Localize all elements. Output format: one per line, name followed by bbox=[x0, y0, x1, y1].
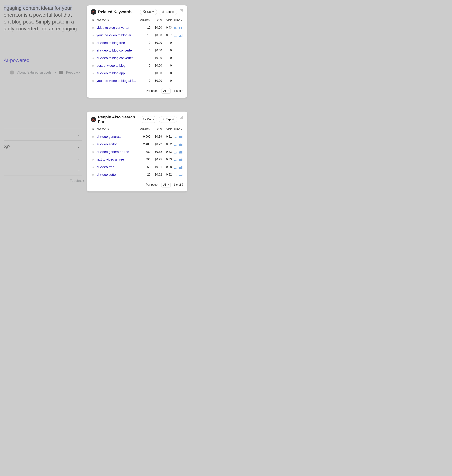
cpc-value: $0.59 bbox=[152, 135, 162, 138]
panel-footer: Per page:All▾1-8 of 8 bbox=[91, 88, 183, 94]
cpc-value: $0.72 bbox=[152, 143, 162, 146]
cmp-value: 0 bbox=[163, 56, 172, 60]
copy-button[interactable]: Copy bbox=[140, 116, 157, 123]
keyword-link[interactable]: ai video generator bbox=[97, 135, 137, 139]
keyword-link[interactable]: ai video to blog app bbox=[97, 71, 137, 75]
cpc-value: $0.00 bbox=[152, 34, 162, 37]
table-header: ★KEYWORDVOL (UK)CPCCMPTREND bbox=[91, 19, 183, 23]
keyword-link[interactable]: ai video to blog free bbox=[97, 41, 137, 45]
col-trend: TREND bbox=[173, 127, 183, 130]
accordion-item[interactable]: ⌄ bbox=[4, 152, 82, 164]
cmp-value: 0.58 bbox=[163, 165, 172, 169]
cpc-value: $0.00 bbox=[152, 56, 162, 60]
trend-sparkline bbox=[174, 173, 183, 176]
keyword-link[interactable]: best ai video to blog bbox=[97, 64, 137, 68]
cpc-value: $0.00 bbox=[152, 72, 162, 75]
vol-value: 390 bbox=[138, 158, 150, 161]
cpc-value: $0.81 bbox=[152, 165, 162, 169]
vol-value: 10 bbox=[138, 34, 150, 37]
vol-value: 0 bbox=[138, 72, 150, 75]
keyword-link[interactable]: youtube video to blog ai bbox=[97, 33, 137, 37]
feedback-link-bottom[interactable]: Feedback bbox=[0, 179, 84, 183]
per-page-label: Per page: bbox=[146, 183, 158, 186]
panel-title: People Also Search For bbox=[98, 115, 138, 124]
star-toggle[interactable]: ★ bbox=[91, 150, 95, 154]
cmp-value: 0 bbox=[163, 49, 172, 52]
trend-sparkline bbox=[174, 165, 183, 169]
col-cmp: CMP bbox=[163, 19, 172, 21]
table-row: ★ai video generator free880$0.620.53 bbox=[91, 148, 183, 156]
star-toggle[interactable]: ★ bbox=[91, 56, 95, 60]
vol-value: 0 bbox=[138, 79, 150, 82]
col-keyword: KEYWORD bbox=[97, 19, 137, 21]
related-keywords-panel: KRelated KeywordsCopyExport✖★KEYWORDVOL … bbox=[87, 6, 187, 98]
star-toggle[interactable]: ★ bbox=[91, 142, 95, 146]
chevron-down-icon: ⌄ bbox=[77, 156, 80, 160]
star-toggle[interactable]: ★ bbox=[91, 48, 95, 53]
vol-value: 9,900 bbox=[138, 135, 150, 138]
star-toggle[interactable]: ★ bbox=[91, 71, 95, 75]
cmp-value: 0.53 bbox=[163, 150, 172, 153]
keyword-link[interactable]: text to video ai free bbox=[97, 158, 137, 161]
accordion-item[interactable]: ⌄ bbox=[4, 164, 82, 176]
vol-value: 0 bbox=[138, 41, 150, 45]
feedback-icon bbox=[59, 71, 63, 74]
chevron-down-icon: ▾ bbox=[168, 90, 169, 92]
keyword-link[interactable]: ai video generator free bbox=[97, 150, 137, 154]
keyword-link[interactable]: ai video free bbox=[97, 165, 137, 169]
chevron-down-icon: ⌄ bbox=[77, 132, 80, 137]
star-toggle[interactable]: ★ bbox=[91, 64, 95, 68]
col-vol: VOL (UK) bbox=[138, 127, 150, 130]
star-toggle[interactable]: ★ bbox=[91, 26, 95, 30]
star-toggle[interactable]: ★ bbox=[91, 33, 95, 37]
star-toggle[interactable]: ★ bbox=[91, 173, 95, 177]
extension-logo-icon: K bbox=[91, 9, 96, 15]
per-page-select[interactable]: All▾ bbox=[161, 182, 171, 187]
accordion-item[interactable]: ⌄ bbox=[4, 129, 82, 140]
col-vol: VOL (UK) bbox=[138, 19, 150, 21]
about-featured-snippets[interactable]: About featured snippets bbox=[17, 71, 52, 74]
star-header-icon: ★ bbox=[91, 127, 95, 130]
keyword-link[interactable]: youtube video to blog ai free bbox=[97, 79, 137, 83]
col-cmp: CMP bbox=[163, 127, 172, 130]
vol-value: 20 bbox=[138, 173, 150, 176]
table-row: ★ai video generator9,900$0.590.51 bbox=[91, 133, 183, 140]
copy-button[interactable]: Copy bbox=[140, 9, 157, 15]
accordion-item[interactable]: og?⌄ bbox=[4, 140, 82, 152]
star-toggle[interactable]: ★ bbox=[91, 79, 95, 83]
col-cpc: CPC bbox=[152, 127, 162, 130]
cmp-value: 0.07 bbox=[163, 34, 172, 37]
feedback-link[interactable]: Feedback bbox=[66, 71, 80, 74]
cpc-value: $0.62 bbox=[152, 150, 162, 153]
close-icon[interactable]: ✖ bbox=[180, 8, 183, 13]
svg-rect-1 bbox=[144, 119, 145, 120]
star-toggle[interactable]: ★ bbox=[91, 158, 95, 161]
keyword-link[interactable]: ai video editor bbox=[97, 142, 137, 146]
star-toggle[interactable]: ★ bbox=[91, 165, 95, 169]
panel-footer: Per page:All▾1-6 of 6 bbox=[91, 182, 183, 187]
cpc-value: $0.00 bbox=[152, 49, 162, 52]
question-icon: ? bbox=[10, 71, 14, 74]
export-button[interactable]: Export bbox=[159, 9, 177, 15]
chevron-down-icon: ▾ bbox=[168, 184, 169, 186]
star-toggle[interactable]: ★ bbox=[91, 135, 95, 139]
cmp-value: 0.52 bbox=[163, 173, 172, 176]
table-row: ★ai video to blog converter0$0.000 bbox=[91, 47, 183, 54]
keyword-link[interactable]: ai video to blog converter free bbox=[97, 56, 137, 60]
table-header: ★KEYWORDVOL (UK)CPCCMPTREND bbox=[91, 127, 183, 132]
export-button[interactable]: Export bbox=[159, 116, 177, 123]
vol-value: 0 bbox=[138, 56, 150, 60]
close-icon[interactable]: ✖ bbox=[180, 116, 183, 120]
people-also-search-panel: KPeople Also Search ForCopyExport✖★KEYWO… bbox=[87, 112, 187, 192]
keyword-link[interactable]: ai video to blog converter bbox=[97, 49, 137, 53]
cmp-value: 0.53 bbox=[163, 158, 172, 161]
keyword-link[interactable]: ai video cutter bbox=[97, 173, 137, 177]
range-text: 1-6 of 6 bbox=[173, 183, 183, 186]
star-toggle[interactable]: ★ bbox=[91, 41, 95, 45]
table-row: ★youtube video to blog ai10$0.000.07 bbox=[91, 32, 183, 39]
cmp-value: 0 bbox=[163, 72, 172, 75]
download-icon bbox=[162, 118, 165, 121]
keyword-link[interactable]: video to blog converter bbox=[97, 26, 137, 30]
table-row: ★ai video to blog app0$0.000 bbox=[91, 69, 183, 77]
per-page-select[interactable]: All▾ bbox=[161, 88, 171, 94]
